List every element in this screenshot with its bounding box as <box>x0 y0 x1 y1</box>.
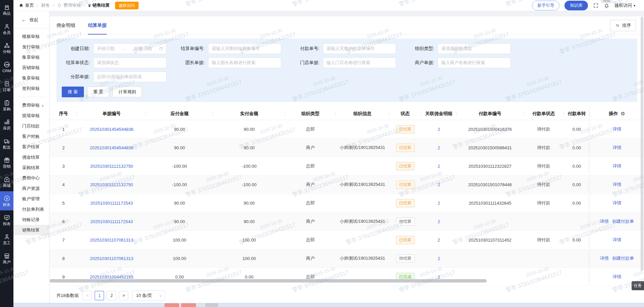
filter-input[interactable]: 请输入完整的结算单编号 <box>208 43 281 54</box>
pager-page-1[interactable]: 1 <box>95 291 104 300</box>
submenu-item-采购结算[interactable]: 采购结算 <box>13 162 49 173</box>
submenu-item-集章审核[interactable]: 集章审核 <box>13 73 49 83</box>
doc-number-link[interactable]: 202510301454544836 <box>90 127 133 132</box>
knowledge-base-button[interactable]: 知识库 <box>564 1 588 10</box>
fullscreen-icon[interactable] <box>593 3 599 8</box>
sort-button[interactable]: 排序 <box>610 20 636 31</box>
sidebar-item-采购[interactable]: 采购 <box>0 96 13 115</box>
detail-link[interactable]: 详情 <box>613 274 622 280</box>
pager-next-button[interactable]: > <box>119 291 128 300</box>
sidebar-item-商户[interactable]: 商户 <box>0 249 13 268</box>
doc-number-link[interactable]: 202510301004452165 <box>90 274 133 279</box>
sidebar-item-会员[interactable]: 会员 <box>0 19 13 38</box>
pager-page-2[interactable]: 2 <box>107 291 116 300</box>
submenu-item-付款单列表[interactable]: 付款单列表 <box>13 204 49 214</box>
submenu-item-模板审核[interactable]: 模板审核 <box>13 31 49 42</box>
commission-detail-link[interactable]: 2 <box>438 182 440 187</box>
doc-number-link[interactable]: 202510301112132750 <box>90 164 133 169</box>
breadcrumb-item-销售结算[interactable]: ¥销售结算 <box>88 2 110 8</box>
task-tab[interactable]: 任务 <box>632 281 644 290</box>
detail-link[interactable]: 详情 <box>613 163 622 169</box>
submenu-item-费用审核[interactable]: 费用审核∨ <box>13 100 49 110</box>
tab-佣金明细[interactable]: 佣金明细 <box>56 16 75 34</box>
sidebar-item-配送[interactable]: 配送 <box>0 134 13 153</box>
submenu-item-销售结算[interactable]: 销售结算 <box>13 225 49 235</box>
submenu-item-账户管理[interactable]: 账户管理 <box>13 194 49 204</box>
paid-amount: 90.00 <box>244 201 255 206</box>
doc-number-link[interactable]: 202510301107061313 <box>90 256 133 261</box>
sidebar-item-CRM[interactable]: CRMCRM <box>0 57 13 76</box>
commission-detail-link[interactable]: 2 <box>438 219 440 224</box>
filter-input[interactable]: 请选择组织类型 <box>438 43 511 54</box>
detail-link[interactable]: 详情 <box>613 182 622 188</box>
submenu-item-商户资源[interactable]: 商户资源 <box>13 183 49 194</box>
sidebar-item-营销[interactable]: 营销 <box>0 153 13 172</box>
detail-link[interactable]: 详情 <box>613 145 622 151</box>
horizontal-scrollbar[interactable] <box>50 279 487 283</box>
doc-number-link[interactable]: 202510301107061313 <box>90 238 133 243</box>
bell-icon[interactable] <box>604 3 609 9</box>
submenu-item-佣金结算[interactable]: 佣金结算 <box>13 152 49 162</box>
pager-prev-button[interactable]: < <box>83 291 92 300</box>
commission-detail-link[interactable]: 2 <box>438 201 440 206</box>
submenu-item-发行审核[interactable]: 发行审核 <box>13 42 49 52</box>
commission-detail-link[interactable]: 2 <box>438 127 440 132</box>
cell-payable-amount: 90.00 <box>146 120 213 138</box>
detail-link[interactable]: 详情 <box>613 126 622 132</box>
filter-input[interactable]: 总部/分部级别单据筛选 <box>93 71 166 82</box>
user-menu[interactable]: 越权访问 ▾ <box>614 2 635 8</box>
doc-number-link[interactable]: 202510301112132750 <box>90 182 133 187</box>
sidebar-item-财务[interactable]: ¥财务 <box>0 191 13 210</box>
detail-link[interactable]: 详情 <box>600 255 609 261</box>
submenu-item-营销审核[interactable]: 营销审核 <box>13 62 49 73</box>
doc-number-link[interactable]: 202510301111172543 <box>90 219 133 224</box>
submenu-item-费用中心[interactable]: 费用中心 <box>13 173 49 183</box>
breadcrumb-item-费用审核[interactable]: 费用审核 <box>57 2 81 8</box>
commission-detail-link[interactable]: 2 <box>438 238 440 243</box>
commission-detail-link[interactable]: 2 <box>438 274 440 279</box>
detail-link[interactable]: 详情 <box>600 218 609 224</box>
search-button[interactable]: 搜 索 <box>62 87 84 97</box>
reset-button[interactable]: 重 置 <box>87 87 109 97</box>
collapse-sidebar-button[interactable]: ← 收起 <box>13 11 49 29</box>
cell-doc-number: 202510301454544836 <box>77 139 146 157</box>
commission-detail-link[interactable]: 2 <box>438 145 440 150</box>
submenu-item-客户结算[interactable]: 客户结算 <box>13 142 49 152</box>
commission-detail-link[interactable]: 2 <box>438 164 440 169</box>
submenu-item-集章审核[interactable]: 集章审核 <box>13 52 49 62</box>
submenu-item-提现审核[interactable]: 提现审核 <box>13 110 49 121</box>
submenu-item-签到审核[interactable]: 签到审核 <box>13 83 49 94</box>
commission-detail-link[interactable]: 2 <box>438 256 440 261</box>
breadcrumb-item-财务[interactable]: 财务 <box>41 2 50 8</box>
submenu-item-门店结款[interactable]: 门店结款 <box>13 121 49 131</box>
vertical-scrollbar[interactable] <box>641 17 643 271</box>
date-range-input[interactable]: 开始日期→结束日期 <box>93 43 166 54</box>
detail-link[interactable]: 详情 <box>613 237 622 243</box>
submenu-item-转账记录[interactable]: 转账记录 <box>13 214 49 225</box>
calc-rule-button[interactable]: 计算规则 <box>112 87 142 97</box>
gear-icon[interactable]: ⚙ <box>621 111 625 117</box>
detail-link[interactable]: 详情 <box>613 200 622 206</box>
create-payment-link[interactable]: 创建付款单 <box>612 218 634 224</box>
create-payment-link[interactable]: 创建付款单 <box>612 255 634 261</box>
submenu-item-客户对账[interactable]: 客户对账 <box>13 131 49 142</box>
filter-input[interactable]: 请选择状态 <box>93 57 166 68</box>
tab-结算单据[interactable]: 结算单据 <box>88 16 107 34</box>
sidebar-item-员工[interactable]: 员工 <box>0 229 13 249</box>
filter-input[interactable]: 输入团长名称进行搜索 <box>208 57 281 68</box>
sidebar-item-商城[interactable]: 商城 <box>0 172 13 191</box>
page-size-select[interactable]: 10 条/页 ∨ <box>132 291 165 301</box>
sidebar-item-库房[interactable]: 库房 <box>0 115 13 134</box>
sidebar-item-报表[interactable]: 报表 <box>0 210 13 229</box>
sidebar-item-订单[interactable]: 订单 <box>0 76 13 96</box>
doc-number-link[interactable]: 202510301454544836 <box>90 145 133 150</box>
doc-number-link[interactable]: 202510301111172543 <box>90 201 133 206</box>
filter-input[interactable]: 输入商户名称进行搜索 <box>438 57 511 68</box>
filter-input[interactable]: 输入门店名称进行搜索 <box>323 57 396 68</box>
sidebar-item-分销[interactable]: 分销 <box>0 38 13 57</box>
guide-button[interactable]: 新手引导 <box>532 1 559 10</box>
breadcrumb-item-首页[interactable]: 首页 <box>19 2 34 8</box>
sidebar-item-商品[interactable]: 商品 <box>0 0 13 19</box>
sidebar-item-label: 财务 <box>3 203 11 207</box>
filter-input[interactable]: 请输入完整的付款单编号 <box>323 43 396 54</box>
